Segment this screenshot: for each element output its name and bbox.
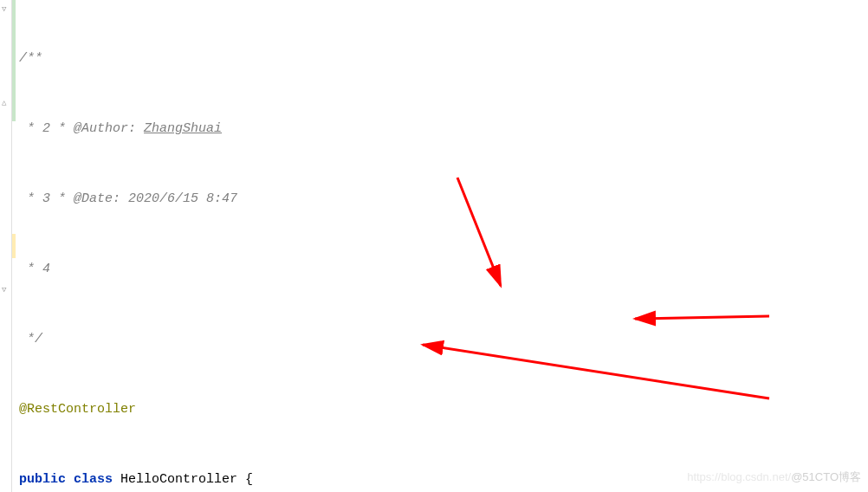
fold-icon[interactable]: ▽ — [2, 285, 10, 294]
svg-line-3 — [635, 316, 769, 319]
keyword: class — [74, 472, 113, 487]
fold-icon[interactable]: △ — [2, 98, 10, 107]
code-editor[interactable]: ▽ △ ▽ /** * 2 * @Author: ZhangShuai * 3 … — [0, 0, 868, 492]
watermark: https://blog.csdn.net/@51CTO博客 — [687, 469, 861, 485]
comment: /** — [19, 51, 42, 66]
class-name: HelloController — [120, 472, 237, 487]
brace: { — [245, 472, 253, 487]
comment: */ — [19, 332, 42, 346]
gutter: ▽ △ ▽ — [0, 0, 12, 492]
code-area[interactable]: /** * 2 * @Author: ZhangShuai * 3 * @Dat… — [16, 0, 868, 492]
comment: * 2 * @Author: ZhangShuai — [19, 121, 222, 136]
comment: * 4 — [19, 262, 50, 276]
keyword: public — [19, 472, 66, 487]
annotation: @RestController — [19, 402, 136, 417]
svg-line-5 — [423, 345, 769, 398]
annotation-arrow — [622, 286, 778, 329]
fold-icon[interactable]: ▽ — [2, 4, 10, 13]
comment: * 3 * @Date: 2020/6/15 8:47 — [19, 191, 237, 206]
